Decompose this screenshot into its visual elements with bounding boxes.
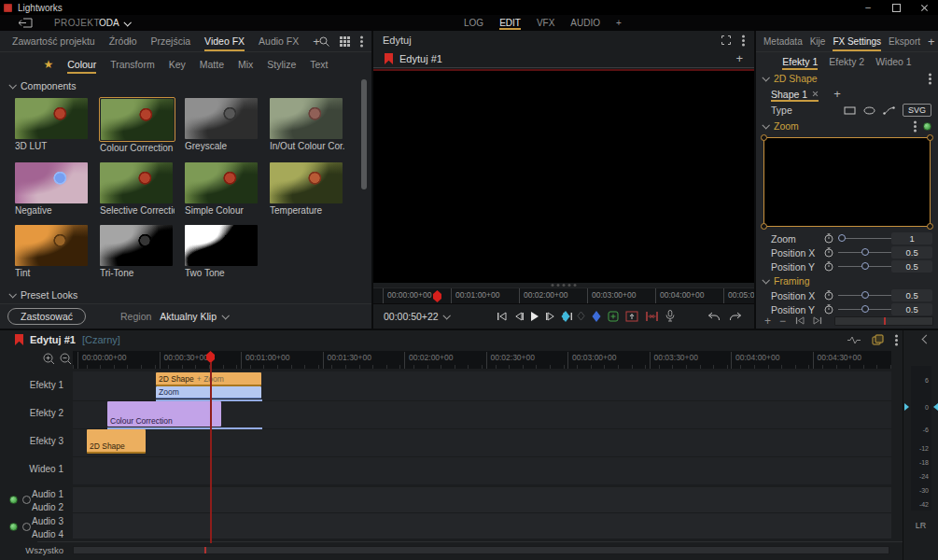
effect-scrub-bar[interactable] bbox=[834, 316, 933, 326]
add-shape-icon[interactable]: + bbox=[833, 88, 841, 100]
search-icon[interactable] bbox=[319, 36, 329, 47]
filter-tab-mix[interactable]: Mix bbox=[238, 52, 253, 76]
tab-fx-settings[interactable]: FX Settings bbox=[833, 31, 881, 51]
next-keyframe-icon[interactable] bbox=[813, 316, 823, 325]
ellipse-shape-icon[interactable] bbox=[863, 106, 875, 115]
slider-knob[interactable] bbox=[861, 248, 869, 256]
add-settings-tab-icon[interactable]: + bbox=[928, 31, 935, 51]
viewer-menu-icon[interactable] bbox=[742, 39, 745, 42]
track-label-efekty-1[interactable]: Efekty 1 bbox=[0, 380, 63, 390]
keyframe-stopwatch-icon[interactable] bbox=[824, 247, 833, 258]
slider-knob[interactable] bbox=[861, 262, 869, 270]
param-value[interactable]: 0.5 bbox=[891, 289, 932, 301]
param-value[interactable]: 0.5 bbox=[891, 260, 932, 273]
svg-shape-button[interactable]: SVG bbox=[903, 104, 931, 117]
prev-keyframe-icon[interactable] bbox=[794, 316, 805, 325]
zoom-section-header[interactable]: Zoom bbox=[756, 119, 938, 133]
track-label-audio-4[interactable]: Audio 4 bbox=[0, 529, 63, 539]
audio-lane-34[interactable] bbox=[73, 513, 891, 539]
video-viewport[interactable] bbox=[373, 69, 754, 283]
framing-section-header[interactable]: Framing bbox=[756, 273, 938, 288]
filter-tab-text[interactable]: Text bbox=[310, 52, 328, 76]
exit-project-icon[interactable] bbox=[19, 18, 33, 28]
step-back-button[interactable] bbox=[513, 312, 524, 321]
filter-tab-matte[interactable]: Matte bbox=[200, 52, 224, 76]
maximize-button[interactable] bbox=[882, 0, 910, 15]
collapse-panel-icon[interactable] bbox=[922, 335, 931, 344]
timeline-menu-icon[interactable] bbox=[895, 339, 898, 342]
param-slider[interactable] bbox=[838, 262, 891, 271]
mark-out-icon[interactable] bbox=[592, 311, 601, 322]
favorites-star-icon[interactable]: ★ bbox=[43, 58, 53, 71]
timecode-dropdown[interactable]: 00:00:50+22 bbox=[384, 311, 449, 322]
timeline-sequence-name[interactable]: Edytuj #1 bbox=[30, 334, 76, 345]
region-scope-dropdown[interactable]: Aktualny Klip bbox=[160, 311, 228, 322]
go-to-start-button[interactable] bbox=[496, 312, 507, 321]
audio-record-toggle-2[interactable] bbox=[22, 523, 31, 531]
effect-item-temperature[interactable]: Temperature bbox=[268, 161, 344, 221]
remove-section-icon[interactable] bbox=[645, 311, 659, 322]
keyframe-stopwatch-icon[interactable] bbox=[824, 233, 833, 244]
timeline-overview-bar[interactable] bbox=[73, 546, 889, 554]
clip-2d-shape[interactable]: 2D Shape + Zoom bbox=[156, 372, 261, 386]
effect-item-in-out-colour-cor[interactable]: In/Out Colour Cor.. bbox=[268, 96, 344, 159]
zoom-enabled-indicator[interactable] bbox=[923, 122, 931, 131]
zoom-handle-tr[interactable] bbox=[927, 134, 933, 141]
menu-tab-log[interactable]: LOG bbox=[464, 15, 483, 31]
close-shape-icon[interactable] bbox=[812, 91, 819, 97]
tab-eksport[interactable]: Eksport bbox=[889, 31, 920, 51]
audio-monitor-toggle-1[interactable] bbox=[9, 496, 18, 504]
rectangle-shape-icon[interactable] bbox=[844, 106, 856, 115]
menu-tab-vfx[interactable]: VFX bbox=[537, 15, 554, 31]
slider-knob[interactable] bbox=[861, 305, 869, 313]
slider-knob[interactable] bbox=[861, 291, 869, 299]
effect-item-simple-colour[interactable]: Simple Colour bbox=[183, 161, 259, 221]
mark-in-icon[interactable] bbox=[561, 311, 570, 322]
close-button[interactable] bbox=[910, 0, 938, 15]
effect-item-selective-correction[interactable]: Selective Correction bbox=[98, 161, 175, 221]
clip-colour-correction[interactable]: Colour Correction bbox=[107, 401, 221, 427]
menu-tab-audio[interactable]: AUDIO bbox=[570, 15, 600, 31]
tab-kije[interactable]: Kije bbox=[810, 31, 826, 51]
audio-record-toggle-1[interactable] bbox=[22, 496, 31, 504]
zoom-preview-box[interactable] bbox=[763, 137, 931, 227]
tab-audio-fx[interactable]: Audio FX bbox=[259, 31, 299, 51]
viewer-playhead-marker[interactable] bbox=[433, 290, 441, 302]
timeline-ruler[interactable]: 00:00:00+0000:00:30+0000:01:00+0000:01:3… bbox=[0, 349, 903, 371]
shape-section-header[interactable]: 2D Shape bbox=[756, 71, 938, 86]
step-forward-button[interactable] bbox=[546, 312, 556, 321]
viewer-tab[interactable]: Edytuj #1 bbox=[399, 53, 442, 64]
meter-right-arrow-icon[interactable] bbox=[933, 403, 938, 411]
redo-icon[interactable] bbox=[730, 312, 742, 321]
apply-button[interactable]: Zastosować bbox=[7, 308, 86, 325]
remove-keyframe-icon[interactable]: − bbox=[779, 315, 786, 327]
zoom-handle-tl[interactable] bbox=[761, 134, 767, 141]
effect-item-two-tone[interactable]: Two Tone bbox=[183, 223, 259, 284]
zoom-out-icon[interactable] bbox=[60, 353, 72, 365]
keyframe-stopwatch-icon[interactable] bbox=[824, 261, 833, 272]
filter-tab-colour[interactable]: Colour bbox=[67, 52, 96, 76]
zoom-menu-icon[interactable] bbox=[914, 125, 917, 128]
add-viewer-tab-icon[interactable]: + bbox=[735, 52, 743, 64]
add-mode-tab-icon[interactable]: + bbox=[616, 15, 622, 31]
keyframe-stopwatch-icon[interactable] bbox=[824, 290, 833, 301]
replace-edit-icon[interactable] bbox=[625, 311, 638, 322]
filter-tab-stylize[interactable]: Stylize bbox=[267, 52, 296, 76]
audio-waveform-toggle-icon[interactable] bbox=[847, 336, 861, 344]
browser-scrollbar[interactable] bbox=[361, 79, 367, 189]
zoom-handle-br[interactable] bbox=[927, 223, 933, 230]
filter-tab-key[interactable]: Key bbox=[169, 52, 186, 76]
effect-item-3d-lut[interactable]: 3D LUT bbox=[13, 96, 90, 159]
tab-zawartość-projektu[interactable]: Zawartość projektu bbox=[12, 31, 95, 51]
tab-video-fx[interactable]: Video FX bbox=[204, 31, 245, 51]
param-value[interactable]: 1 bbox=[891, 232, 932, 245]
grid-view-icon[interactable] bbox=[340, 36, 350, 47]
param-slider[interactable] bbox=[838, 234, 891, 243]
track-label-efekty-2[interactable]: Efekty 2 bbox=[0, 408, 63, 418]
voiceover-mic-icon[interactable] bbox=[665, 310, 675, 322]
viewer-timeline-ruler[interactable]: 00:00:00+0000:01:00+0000:02:00+0000:03:0… bbox=[373, 287, 754, 304]
filter-tab-transform[interactable]: Transform bbox=[110, 52, 154, 76]
menu-tab-edit[interactable]: EDIT bbox=[499, 15, 521, 31]
undo-icon[interactable] bbox=[707, 312, 720, 321]
sync-group-icon[interactable] bbox=[872, 334, 884, 345]
